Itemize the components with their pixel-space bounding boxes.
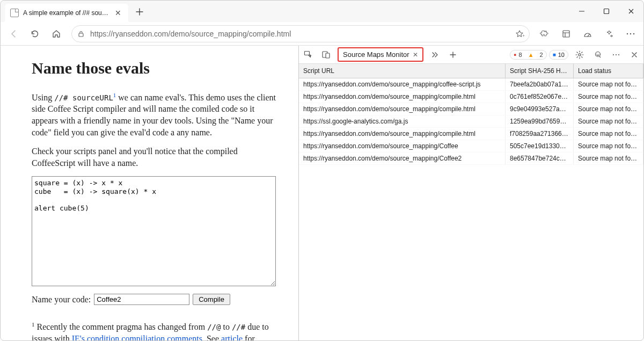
table-row[interactable]: https://ryanseddon.com/demo/source_mappi…	[299, 140, 643, 153]
source-maps-table: Script URL Script SHA-256 Ha… Load statu…	[299, 64, 643, 341]
table-row[interactable]: https://ryanseddon.com/demo/source_mappi…	[299, 128, 643, 140]
code-textarea[interactable]	[32, 176, 276, 286]
maximize-button[interactable]	[594, 1, 619, 22]
cell-url: https://ryanseddon.com/demo/source_mappi…	[299, 153, 506, 164]
error-chip[interactable]: ●8 ▲ 2	[510, 50, 547, 60]
refresh-button[interactable]	[24, 23, 46, 45]
col-script-url[interactable]: Script URL	[299, 64, 506, 78]
cell-status: Source map not fo…	[574, 78, 643, 90]
devtools-panel: Source Maps Monitor ✕ ●8 ▲ 2 ■10 Script …	[298, 46, 643, 341]
extensions-button[interactable]	[534, 23, 555, 45]
article-link[interactable]: article	[221, 334, 243, 342]
cell-sha: 8e657847be724c7…	[506, 153, 574, 164]
svg-point-10	[596, 52, 601, 56]
copilot-button[interactable]	[598, 23, 620, 45]
more-menu-button[interactable]	[620, 23, 641, 45]
name-input[interactable]	[94, 294, 189, 305]
table-row[interactable]: https://ryanseddon.com/demo/source_mappi…	[299, 153, 643, 165]
performance-button[interactable]	[577, 23, 598, 45]
table-header-row: Script URL Script SHA-256 Ha… Load statu…	[299, 64, 643, 78]
feedback-button[interactable]	[589, 46, 607, 64]
more-tabs-button[interactable]	[426, 46, 444, 64]
minimize-button[interactable]	[569, 1, 594, 22]
name-form-row: Name your code: Compile	[32, 294, 278, 306]
favorites-button[interactable]: +	[515, 30, 524, 38]
name-label: Name your code:	[32, 294, 91, 306]
settings-button[interactable]	[570, 46, 589, 64]
cell-sha: 505c7ee19d1330c…	[506, 140, 574, 152]
url-text: https://ryanseddon.com/demo/source_mappi…	[90, 30, 510, 38]
col-load-status[interactable]: Load status	[574, 64, 643, 78]
svg-point-4	[630, 33, 631, 34]
cell-url: https://ryanseddon.com/demo/source_mappi…	[299, 78, 506, 90]
cell-status: Source map not fo…	[574, 103, 643, 115]
cell-status: Source map not fo…	[574, 128, 643, 140]
svg-point-12	[616, 54, 617, 55]
home-button[interactable]	[46, 23, 67, 45]
svg-point-5	[633, 33, 634, 34]
compile-button[interactable]: Compile	[193, 294, 230, 305]
cell-url: https://ryanseddon.com/demo/source_mappi…	[299, 103, 506, 115]
svg-rect-6	[305, 51, 310, 55]
devtools-close-button[interactable]	[625, 46, 643, 64]
svg-rect-2	[563, 31, 569, 37]
cell-url: https://ryanseddon.com/demo/source_mappi…	[299, 128, 506, 140]
tab-close-button[interactable]: ✕	[113, 8, 123, 18]
cell-sha: 0c761ef852e067ea…	[506, 91, 574, 103]
cell-url: https://ryanseddon.com/demo/source_mappi…	[299, 91, 506, 103]
main-split: Name those evals Using //# sourceURL1 we…	[1, 46, 643, 341]
check-paragraph: Check your scripts panel and you'll noti…	[32, 146, 278, 169]
cell-status: Source map not fo…	[574, 115, 643, 127]
devtools-header: Source Maps Monitor ✕ ●8 ▲ 2 ■10	[299, 46, 643, 64]
add-tab-button[interactable]	[444, 46, 462, 64]
address-bar[interactable]: https://ryanseddon.com/demo/source_mappi…	[71, 25, 530, 42]
browser-tab[interactable]: A simple example of //# sourceU ✕	[5, 4, 128, 22]
svg-point-9	[579, 53, 581, 55]
devtools-tab-label: Source Maps Monitor	[343, 50, 409, 59]
lock-icon	[77, 30, 85, 38]
table-row[interactable]: https://ryanseddon.com/demo/source_mappi…	[299, 103, 643, 115]
cell-sha: 7beefa2b0ab07a1…	[506, 78, 574, 90]
new-tab-button[interactable]	[135, 7, 144, 17]
issues-chip[interactable]: ■10	[549, 50, 568, 60]
back-button[interactable]	[3, 23, 24, 45]
svg-rect-0	[604, 9, 609, 14]
table-row[interactable]: https://ryanseddon.com/demo/source_mappi…	[299, 78, 643, 91]
page-content: Name those evals Using //# sourceURL1 we…	[1, 46, 298, 341]
table-row[interactable]: https://ryanseddon.com/demo/source_mappi…	[299, 91, 643, 103]
window-controls	[569, 1, 643, 22]
close-window-button[interactable]	[619, 1, 643, 22]
cell-url: https://ssl.google-analytics.com/ga.js	[299, 115, 506, 127]
cell-url: https://ryanseddon.com/demo/source_mappi…	[299, 140, 506, 152]
titlebar: A simple example of //# sourceU ✕	[1, 1, 643, 22]
ie-link[interactable]: IE's condition compiliation comments	[72, 334, 202, 342]
cell-status: Source map not fo…	[574, 91, 643, 103]
cell-status: Source map not fo…	[574, 153, 643, 164]
devtools-more-button[interactable]	[607, 46, 625, 64]
device-toggle-button[interactable]	[317, 46, 335, 64]
col-script-sha[interactable]: Script SHA-256 Ha…	[506, 64, 574, 78]
page-title: Name those evals	[32, 57, 278, 79]
cell-status: Source map not fo…	[574, 140, 643, 152]
tab-title: A simple example of //# sourceU	[23, 9, 109, 17]
inspect-element-button[interactable]	[299, 46, 317, 64]
collections-button[interactable]	[555, 23, 577, 45]
tab-source-maps-monitor[interactable]: Source Maps Monitor ✕	[338, 47, 423, 62]
browser-toolbar: https://ryanseddon.com/demo/source_mappi…	[1, 22, 643, 46]
cell-sha: 1259ea99bd76596…	[506, 115, 574, 127]
intro-paragraph: Using //# sourceURL1 we can name eval's.…	[32, 90, 278, 139]
tab-close-icon[interactable]: ✕	[413, 51, 418, 59]
footnote: 1 Recently the comment pragma has change…	[32, 321, 278, 341]
svg-point-13	[618, 54, 619, 55]
svg-rect-1	[79, 33, 83, 37]
svg-point-3	[627, 33, 628, 34]
page-icon	[10, 9, 19, 17]
svg-rect-8	[326, 53, 330, 58]
cell-sha: 9c9e04993e527a5…	[506, 103, 574, 115]
svg-point-11	[613, 54, 614, 55]
code-inline: //# sourceURL	[54, 93, 113, 102]
cell-sha: f708259aa271366…	[506, 128, 574, 140]
table-row[interactable]: https://ssl.google-analytics.com/ga.js12…	[299, 115, 643, 128]
